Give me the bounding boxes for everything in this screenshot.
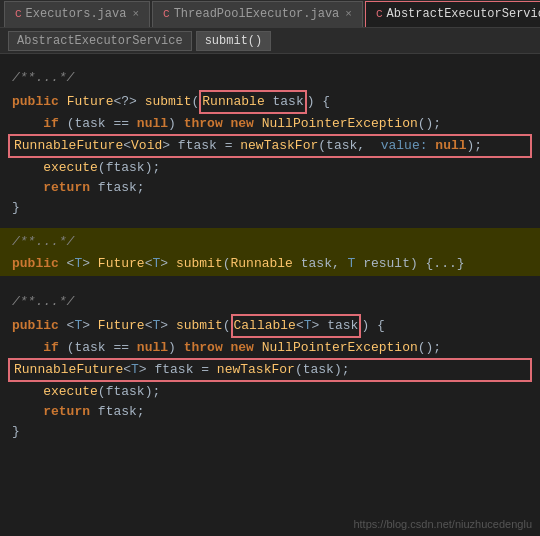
watermark: https://blog.csdn.net/niuzhucedenglu bbox=[353, 518, 532, 530]
tab-bar: C Executors.java × C ThreadPoolExecutor.… bbox=[0, 0, 540, 28]
spacer bbox=[0, 276, 540, 286]
close-icon[interactable]: × bbox=[132, 8, 139, 20]
highlight-box-runnable: Runnable task bbox=[199, 90, 306, 114]
code-line: if (task == null) throw new NullPointerE… bbox=[0, 114, 540, 134]
java-icon: C bbox=[376, 8, 383, 20]
block2: /**...*/ public <T> Future<T> submit(Run… bbox=[0, 228, 540, 276]
code-line: } bbox=[0, 198, 540, 218]
code-line: RunnableFuture<T> ftask = newTaskFor(tas… bbox=[14, 360, 526, 380]
code-line: RunnableFuture<Void> ftask = newTaskFor(… bbox=[14, 136, 526, 156]
tab-label: ThreadPoolExecutor.java bbox=[174, 7, 340, 21]
breadcrumb-bar: AbstractExecutorService submit() bbox=[0, 28, 540, 54]
tab-threadpool[interactable]: C ThreadPoolExecutor.java × bbox=[152, 1, 363, 27]
breadcrumb-method[interactable]: submit() bbox=[196, 31, 272, 51]
code-line: public Future<?> submit(Runnable task) { bbox=[0, 90, 540, 114]
breadcrumb-class-label: AbstractExecutorService bbox=[17, 34, 183, 48]
highlight-box-line3: RunnableFuture<Void> ftask = newTaskFor(… bbox=[8, 134, 532, 158]
breadcrumb-method-label: submit() bbox=[205, 34, 263, 48]
block3-comment: /**...*/ bbox=[0, 286, 540, 314]
breadcrumb-class[interactable]: AbstractExecutorService bbox=[8, 31, 192, 51]
java-icon: C bbox=[163, 8, 170, 20]
code-line: public <T> Future<T> submit(Runnable tas… bbox=[0, 254, 540, 274]
tab-label: AbstractExecutorService.java bbox=[387, 7, 540, 21]
code-line: execute(ftask); bbox=[0, 158, 540, 178]
spacer bbox=[0, 218, 540, 228]
highlight-box-line-ftask: RunnableFuture<T> ftask = newTaskFor(tas… bbox=[8, 358, 532, 382]
code-line: return ftask; bbox=[0, 402, 540, 422]
code-area: /**...*/ public Future<?> submit(Runnabl… bbox=[0, 54, 540, 536]
code-line: return ftask; bbox=[0, 178, 540, 198]
code-line: public <T> Future<T> submit(Callable<T> … bbox=[0, 314, 540, 338]
code-line: execute(ftask); bbox=[0, 382, 540, 402]
tab-label: Executors.java bbox=[26, 7, 127, 21]
tab-executors[interactable]: C Executors.java × bbox=[4, 1, 150, 27]
code-line: if (task == null) throw new NullPointerE… bbox=[0, 338, 540, 358]
code-line: } bbox=[0, 422, 540, 442]
block1-comment: /**...*/ bbox=[0, 62, 540, 90]
java-icon: C bbox=[15, 8, 22, 20]
highlight-box-callable: Callable<T> task bbox=[231, 314, 362, 338]
tab-abstract[interactable]: C AbstractExecutorService.java × bbox=[365, 1, 540, 27]
close-icon[interactable]: × bbox=[345, 8, 352, 20]
block2-comment: /**...*/ bbox=[0, 230, 540, 254]
